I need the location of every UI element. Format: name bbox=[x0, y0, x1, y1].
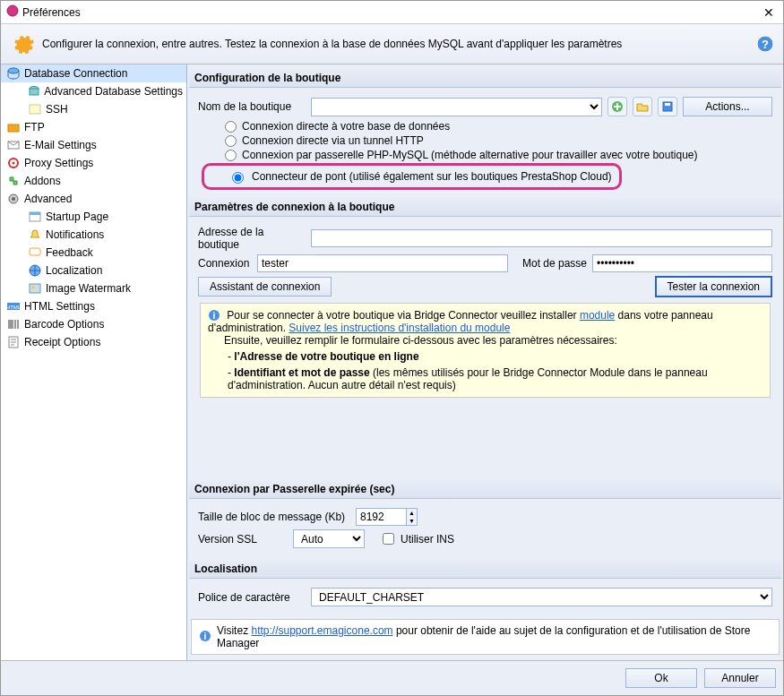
sidebar-label: SSH bbox=[46, 103, 68, 116]
sidebar-label: Feedback bbox=[46, 246, 93, 259]
info-icon: i bbox=[199, 630, 211, 645]
svg-text:?: ? bbox=[762, 38, 769, 51]
titlebar: Préférences ✕ bbox=[1, 1, 783, 24]
sidebar-label: E-Mail Settings bbox=[24, 139, 97, 151]
sidebar-label: Barcode Options bbox=[24, 318, 104, 331]
ok-button[interactable]: Ok bbox=[625, 668, 697, 688]
section-config-title: Configuration de la boutique bbox=[189, 68, 781, 88]
login-input[interactable] bbox=[257, 254, 508, 272]
radio-bridge-connector[interactable] bbox=[232, 172, 244, 184]
instructions-link[interactable]: Suivez les instructions d'installation d… bbox=[289, 322, 510, 334]
svg-rect-17 bbox=[30, 284, 40, 293]
password-label: Mot de passe bbox=[522, 257, 587, 270]
svg-rect-6 bbox=[30, 105, 40, 114]
password-input[interactable] bbox=[592, 254, 772, 272]
section-gateway-title: Connexion par Passerelle expirée (sec) bbox=[189, 479, 781, 499]
sidebar-item-email[interactable]: E-Mail Settings bbox=[1, 136, 186, 154]
sidebar-label: HTML Settings bbox=[24, 300, 95, 313]
sidebar-item-watermark[interactable]: Image Watermark bbox=[1, 279, 186, 297]
svg-point-3 bbox=[8, 68, 19, 73]
sidebar-item-startup[interactable]: Startup Page bbox=[1, 208, 186, 226]
info-box: i Pour se connecter à votre boutique via… bbox=[200, 303, 771, 398]
sidebar-item-barcode[interactable]: Barcode Options bbox=[1, 315, 186, 333]
svg-rect-14 bbox=[30, 212, 40, 215]
sidebar-label: Startup Page bbox=[46, 211, 108, 223]
ssl-version-label: Version SSL bbox=[198, 533, 288, 546]
spin-down-icon[interactable]: ▼ bbox=[407, 517, 417, 525]
info-icon: i bbox=[208, 309, 220, 322]
store-name-select[interactable] bbox=[311, 98, 602, 116]
spin-up-icon[interactable]: ▲ bbox=[407, 509, 417, 517]
help-icon[interactable]: ? bbox=[756, 35, 774, 53]
login-label: Connexion bbox=[198, 257, 252, 270]
use-ins-checkbox[interactable] bbox=[383, 533, 394, 545]
feedback-icon bbox=[28, 245, 42, 260]
svg-text:HTML: HTML bbox=[7, 305, 20, 310]
barcode-icon bbox=[6, 317, 21, 331]
main-panel: Configuration de la boutique Nom de la b… bbox=[187, 64, 783, 660]
sidebar-item-feedback[interactable]: Feedback bbox=[1, 244, 186, 262]
sidebar-label: Localization bbox=[46, 264, 102, 277]
support-link[interactable]: http://support.emagicone.com bbox=[251, 624, 392, 637]
sidebar-label: Image Watermark bbox=[46, 282, 131, 295]
module-link[interactable]: module bbox=[580, 309, 615, 322]
use-ins-label: Utiliser INS bbox=[401, 533, 454, 546]
svg-point-18 bbox=[32, 287, 35, 289]
sidebar-tree: Database Connection Advanced Database Se… bbox=[1, 64, 187, 660]
sidebar-item-notifications[interactable]: Notifications bbox=[1, 226, 186, 244]
sidebar-item-receipt[interactable]: Receipt Options bbox=[1, 333, 186, 351]
open-folder-button[interactable] bbox=[633, 97, 652, 116]
advanced-icon bbox=[6, 192, 21, 206]
svg-text:i: i bbox=[213, 311, 216, 321]
test-connection-button[interactable]: Tester la connexion bbox=[655, 276, 772, 297]
store-name-label: Nom de la boutique bbox=[198, 100, 306, 113]
sidebar-item-addons[interactable]: Addons bbox=[1, 172, 186, 190]
header-bar: Configurer la connexion, entre autres. T… bbox=[1, 24, 783, 64]
actions-button[interactable]: Actions... bbox=[683, 97, 772, 116]
mail-icon bbox=[6, 138, 21, 152]
address-input[interactable] bbox=[311, 229, 772, 247]
loc-icon bbox=[28, 263, 42, 278]
sidebar-label: Notifications bbox=[46, 228, 104, 241]
ssl-version-select[interactable]: Auto bbox=[293, 529, 365, 548]
svg-point-12 bbox=[12, 197, 15, 201]
block-size-spinner[interactable]: ▲▼ bbox=[356, 508, 418, 526]
db-adv-icon bbox=[28, 84, 40, 99]
visit-support-box: i Visitez http://support.emagicone.com p… bbox=[191, 619, 780, 655]
svg-rect-24 bbox=[665, 103, 670, 106]
sidebar-item-advanced-db[interactable]: Advanced Database Settings bbox=[1, 82, 186, 100]
svg-point-0 bbox=[7, 5, 18, 16]
app-icon bbox=[6, 4, 19, 20]
proxy-icon bbox=[6, 156, 21, 170]
sidebar-item-html[interactable]: HTML HTML Settings bbox=[1, 297, 186, 315]
sidebar-item-proxy[interactable]: Proxy Settings bbox=[1, 154, 186, 172]
sidebar-label: Advanced bbox=[24, 193, 72, 205]
sidebar-item-ftp[interactable]: FTP bbox=[1, 118, 186, 136]
section-locale-title: Localisation bbox=[189, 559, 781, 579]
startup-icon bbox=[28, 210, 42, 224]
ssh-icon bbox=[28, 102, 42, 116]
charset-select[interactable]: DEFAULT_CHARSET bbox=[311, 588, 772, 606]
notif-icon bbox=[28, 228, 42, 242]
header-description: Configurer la connexion, entre autres. T… bbox=[42, 38, 756, 50]
sidebar-label: FTP bbox=[24, 121, 45, 133]
close-icon[interactable]: ✕ bbox=[760, 5, 778, 20]
sidebar-item-ssh[interactable]: SSH bbox=[1, 100, 186, 118]
connection-wizard-button[interactable]: Assistant de connexion bbox=[198, 277, 332, 296]
radio-direct-db[interactable]: Connexion directe à votre base de donnée… bbox=[225, 120, 772, 133]
radio-php-gateway[interactable]: Connexion par passerelle PHP-MySQL (méth… bbox=[225, 149, 772, 161]
sidebar-item-advanced[interactable]: Advanced bbox=[1, 190, 186, 208]
save-store-button[interactable] bbox=[658, 97, 677, 116]
sidebar-label: Advanced Database Settings bbox=[44, 85, 183, 98]
sidebar-label: Proxy Settings bbox=[24, 157, 93, 169]
cancel-button[interactable]: Annuler bbox=[704, 668, 776, 688]
font-label: Police de caractère bbox=[198, 591, 306, 604]
html-icon: HTML bbox=[6, 299, 21, 314]
sidebar-label: Receipt Options bbox=[24, 336, 100, 348]
db-icon bbox=[6, 66, 21, 81]
add-store-button[interactable] bbox=[607, 97, 627, 116]
radio-http-tunnel[interactable]: Connexion directe via un tunnel HTTP bbox=[225, 134, 772, 147]
sidebar-item-localization[interactable]: Localization bbox=[1, 262, 186, 279]
sidebar-item-database-connection[interactable]: Database Connection bbox=[1, 64, 186, 82]
receipt-icon bbox=[6, 335, 21, 349]
